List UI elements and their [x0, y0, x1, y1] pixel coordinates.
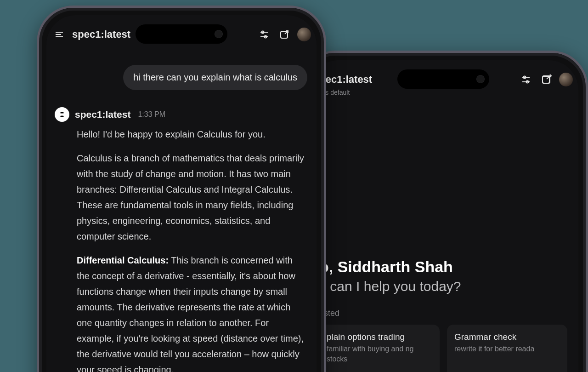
volume-down-button: [37, 169, 38, 201]
card-subtitle: familiar with buying and ng stocks: [327, 344, 432, 364]
assistant-paragraph: Calculus is a branch of mathematics that…: [77, 150, 307, 244]
phone-screen: spec1:latest hi there can you explain wh…: [46, 15, 317, 372]
assistant-header: spec1:latest 1:33 PM: [55, 107, 307, 122]
card-title: plain options trading: [327, 332, 432, 342]
user-avatar[interactable]: [559, 73, 573, 86]
menu-icon[interactable]: [52, 27, 67, 42]
phone-mockup-1: spec1:latest hi there can you explain wh…: [37, 6, 326, 372]
card-subtitle: rewrite it for better reada: [454, 344, 560, 354]
assistant-avatar-icon: [55, 107, 69, 122]
assistant-paragraph: Hello! I'd be happy to explain Calculus …: [77, 126, 307, 142]
assistant-name: spec1:latest: [75, 109, 130, 120]
settings-icon[interactable]: [257, 27, 271, 42]
suggestion-card[interactable]: plain options trading familiar with buyi…: [319, 325, 440, 372]
greeting-title: o, Siddharth Shah: [319, 258, 567, 276]
settings-icon[interactable]: [519, 72, 533, 87]
card-title: Grammar check: [454, 332, 560, 342]
user-avatar[interactable]: [297, 28, 311, 41]
phone-mockup-2: spec1:latest et as default o, Siddharth …: [299, 51, 588, 372]
section-heading: Differential Calculus:: [77, 255, 169, 265]
model-selector[interactable]: spec1:latest: [72, 29, 130, 40]
greeting: o, Siddharth Shah v can I help you today…: [319, 258, 567, 294]
silent-switch: [37, 95, 38, 114]
app-header: spec1:latest: [308, 68, 578, 92]
section-text: This branch is concerned with the concep…: [77, 255, 304, 372]
power-button: [325, 137, 326, 187]
suggestion-cards: plain options trading familiar with buyi…: [319, 325, 567, 372]
assistant-body: Hello! I'd be happy to explain Calculus …: [55, 126, 307, 372]
new-chat-icon[interactable]: [277, 27, 292, 42]
greeting-subtitle: v can I help you today?: [319, 279, 567, 294]
assistant-message: spec1:latest 1:33 PM Hello! I'd be happy…: [55, 107, 307, 372]
assistant-paragraph: Differential Calculus: This branch is co…: [77, 252, 307, 372]
volume-up-button: [37, 127, 38, 160]
message-timestamp: 1:33 PM: [138, 110, 165, 119]
new-chat-icon[interactable]: [539, 72, 554, 87]
user-message-bubble: hi there can you explain what is calculu…: [123, 65, 307, 90]
suggestion-card[interactable]: Grammar check rewrite it for better read…: [447, 325, 567, 372]
app-header: spec1:latest: [46, 23, 317, 46]
phone-screen: spec1:latest et as default o, Siddharth …: [308, 60, 578, 372]
